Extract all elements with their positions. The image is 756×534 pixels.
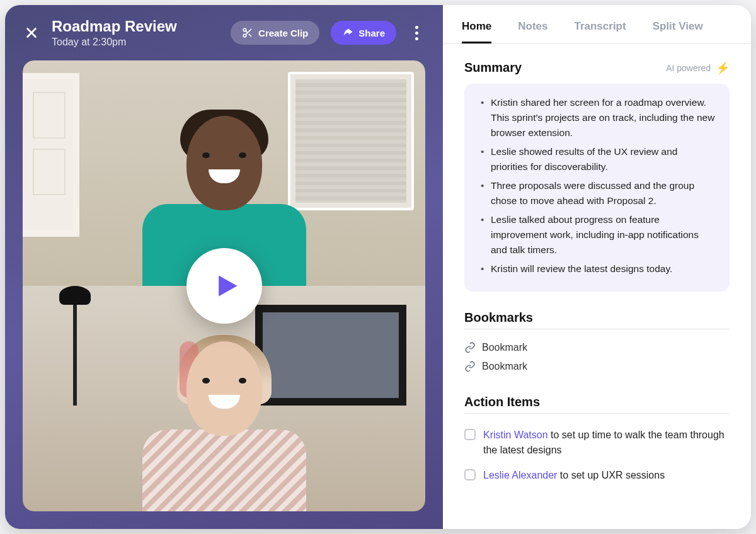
video-pane: Roadmap Review Today at 2:30pm Create Cl… — [5, 5, 443, 529]
play-icon — [213, 272, 241, 300]
action-text: Kristin Watson to set up time to walk th… — [483, 428, 730, 458]
summary-item: Leslie showed results of the UX review a… — [481, 144, 716, 174]
ai-powered-badge: AI powered ⚡ — [666, 61, 730, 75]
meeting-header: Roadmap Review Today at 2:30pm Create Cl… — [23, 18, 425, 48]
bookmarks-section: Bookmarks BookmarkBookmark — [464, 310, 730, 376]
summary-title: Summary — [464, 60, 522, 75]
share-arrow-icon — [342, 27, 353, 38]
panel-body: Summary AI powered ⚡ Kristin shared her … — [443, 44, 751, 529]
meeting-time: Today at 2:30pm — [52, 37, 177, 48]
svg-line-5 — [249, 34, 251, 37]
meeting-title: Roadmap Review — [52, 18, 177, 35]
action-checkbox[interactable] — [464, 469, 476, 480]
bookmark-label: Bookmark — [482, 361, 527, 372]
app-window: Roadmap Review Today at 2:30pm Create Cl… — [5, 5, 751, 529]
ai-powered-label: AI powered — [666, 63, 711, 73]
bookmarks-title: Bookmarks — [464, 310, 533, 325]
svg-point-2 — [243, 28, 246, 31]
share-label: Share — [358, 28, 385, 38]
share-button[interactable]: Share — [331, 21, 396, 45]
summary-item: Three proposals were discussed and the g… — [481, 178, 716, 208]
svg-line-6 — [246, 31, 248, 33]
create-clip-button[interactable]: Create Clip — [231, 21, 319, 45]
play-button[interactable] — [186, 248, 262, 324]
action-text: Leslie Alexander to set up UXR sessions — [483, 468, 665, 483]
action-items-section: Action Items Kristin Watson to set up ti… — [464, 395, 730, 488]
action-item: Leslie Alexander to set up UXR sessions — [464, 463, 730, 488]
tab-notes[interactable]: Notes — [518, 20, 547, 43]
action-items-title: Action Items — [464, 395, 540, 409]
svg-point-3 — [243, 34, 246, 37]
bookmark-label: Bookmark — [482, 342, 527, 353]
bookmark-item[interactable]: Bookmark — [464, 357, 730, 376]
summary-item: Kristin shared her screen for a roadmap … — [481, 95, 716, 140]
title-block: Roadmap Review Today at 2:30pm — [52, 18, 177, 48]
summary-item: Kristin will review the latest designs t… — [481, 261, 716, 276]
scissors-icon — [242, 27, 253, 38]
tab-bar: HomeNotesTranscriptSplit View — [443, 5, 751, 44]
details-pane: HomeNotesTranscriptSplit View Summary AI… — [443, 5, 751, 529]
summary-box: Kristin shared her screen for a roadmap … — [464, 84, 730, 292]
bookmark-item[interactable]: Bookmark — [464, 338, 730, 357]
person-link[interactable]: Leslie Alexander — [483, 470, 557, 480]
video-grid — [23, 60, 425, 511]
tab-transcript[interactable]: Transcript — [574, 20, 626, 43]
tab-home[interactable]: Home — [462, 20, 491, 43]
close-icon[interactable] — [23, 24, 40, 42]
more-menu-icon[interactable] — [408, 22, 425, 44]
person-link[interactable]: Kristin Watson — [483, 429, 548, 440]
summary-item: Leslie talked about progress on feature … — [481, 212, 716, 258]
link-icon — [464, 361, 476, 372]
tab-split-view[interactable]: Split View — [653, 20, 703, 43]
action-item: Kristin Watson to set up time to walk th… — [464, 423, 730, 463]
action-checkbox[interactable] — [464, 429, 476, 440]
link-icon — [464, 342, 476, 353]
bolt-icon: ⚡ — [716, 61, 730, 75]
create-clip-label: Create Clip — [258, 28, 308, 38]
summary-header: Summary AI powered ⚡ — [464, 60, 730, 75]
